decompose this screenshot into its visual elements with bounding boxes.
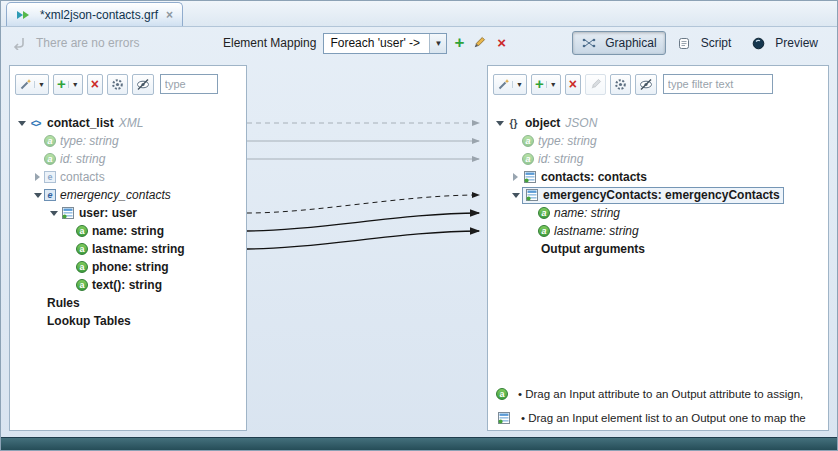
element-list-icon — [60, 207, 75, 220]
add-node-button[interactable]: + ▼ — [531, 74, 561, 95]
input-tree: contact_list XML type : string id : stri… — [10, 102, 246, 330]
node-contacts[interactable]: contacts : contacts — [488, 168, 828, 186]
tab-close-icon[interactable]: × — [166, 8, 173, 22]
node-type-suffix: : string — [547, 152, 583, 166]
node-label: contacts — [541, 170, 590, 184]
input-filter-field[interactable] — [160, 74, 218, 94]
chevron-down-icon[interactable]: ▼ — [546, 81, 557, 88]
node-type[interactable]: type : string — [10, 132, 246, 150]
node-label: Lookup Tables — [47, 314, 131, 328]
node-id[interactable]: id : string — [488, 150, 828, 168]
attribute-icon — [538, 207, 550, 219]
settings-button[interactable] — [107, 74, 128, 95]
chevron-down-icon[interactable]: ▼ — [34, 81, 45, 88]
attribute-hint-icon — [496, 388, 508, 400]
output-panel-toolbar: ▼ + ▼ × — [488, 66, 828, 102]
node-phone[interactable]: phone : string — [10, 258, 246, 276]
node-emergency-contacts-selected[interactable]: emergencyContacts : emergencyContacts — [488, 186, 828, 204]
graph-file-icon — [16, 8, 31, 21]
node-type[interactable]: type : string — [488, 132, 828, 150]
view-button-script[interactable]: Script — [668, 31, 741, 55]
element-mapping-label: Element Mapping — [223, 36, 316, 50]
gear-icon — [614, 78, 627, 91]
node-name[interactable]: name : string — [10, 222, 246, 240]
auto-map-button[interactable]: ▼ — [15, 74, 49, 95]
add-mapping-button[interactable]: + — [454, 36, 464, 50]
view-button-label: Preview — [775, 36, 818, 50]
chevron-down-icon[interactable]: ▼ — [429, 34, 446, 53]
hint-text: • Drag an Input element list to an Outpu… — [521, 412, 806, 424]
node-lastname[interactable]: lastname : string — [10, 240, 246, 258]
error-status: There are no errors — [11, 36, 223, 50]
auto-map-button[interactable]: ▼ — [493, 74, 527, 95]
tab-xml2json-contacts[interactable]: *xml2json-contacts.grf × — [6, 2, 183, 26]
eye-slash-icon — [136, 78, 150, 91]
output-filter-field[interactable] — [663, 74, 773, 94]
hint-text: • Drag an Input attribute to an Output a… — [518, 388, 803, 400]
attribute-icon — [538, 225, 550, 237]
chevron-down-icon[interactable]: ▼ — [512, 81, 523, 88]
node-type-suffix: : string — [603, 224, 639, 238]
node-type-suffix: : contacts — [590, 170, 647, 184]
node-label: emergencyContacts — [543, 188, 658, 202]
add-node-button[interactable]: + ▼ — [53, 74, 83, 95]
expander-icon[interactable] — [509, 193, 522, 198]
delete-icon: × — [91, 78, 99, 90]
node-contact-list[interactable]: contact_list XML — [10, 114, 246, 132]
node-object[interactable]: object JSON — [488, 114, 828, 132]
chevron-down-icon[interactable]: ▼ — [68, 81, 79, 88]
node-label: name — [554, 206, 584, 220]
node-label: type — [60, 134, 83, 148]
expander-icon[interactable] — [31, 173, 44, 181]
remove-mapping-button[interactable]: × — [497, 36, 506, 50]
input-tree-panel: ▼ + ▼ × contact_list — [9, 65, 247, 431]
hide-unmapped-button[interactable] — [132, 74, 154, 95]
hide-unmapped-button[interactable] — [635, 74, 657, 95]
node-user[interactable]: user : user — [10, 204, 246, 222]
node-lastname[interactable]: lastname : string — [488, 222, 828, 240]
delete-icon: × — [569, 78, 577, 90]
node-rules[interactable]: Rules — [10, 294, 246, 312]
node-label: lastname — [92, 242, 144, 256]
node-contacts[interactable]: contacts — [10, 168, 246, 186]
view-button-graphical[interactable]: Graphical — [572, 31, 665, 55]
foreach-dropdown[interactable]: Foreach 'user' -> ▼ — [323, 33, 447, 54]
foreach-dropdown-value: Foreach 'user' -> — [324, 36, 429, 50]
mapping-wires-canvas[interactable] — [247, 65, 487, 431]
expander-icon[interactable] — [509, 173, 522, 181]
settings-button[interactable] — [610, 74, 631, 95]
node-label: object — [525, 116, 560, 130]
remove-node-button[interactable]: × — [87, 74, 103, 95]
node-type-suffix: : string — [83, 134, 119, 148]
node-name[interactable]: name : string — [488, 204, 828, 222]
node-emergency-contacts[interactable]: emergency_contacts — [10, 186, 246, 204]
expander-icon[interactable] — [47, 211, 60, 216]
plus-icon: + — [57, 78, 66, 90]
view-button-preview[interactable]: Preview — [742, 31, 827, 55]
node-id[interactable]: id : string — [10, 150, 246, 168]
preview-view-icon — [751, 37, 766, 50]
output-tree: object JSON type : string id : string — [488, 102, 828, 258]
attribute-icon — [76, 279, 88, 291]
node-badge: XML — [119, 116, 144, 130]
node-label: user — [79, 206, 104, 220]
node-lookup-tables[interactable]: Lookup Tables — [10, 312, 246, 330]
view-button-label: Graphical — [605, 36, 656, 50]
error-status-text: There are no errors — [36, 36, 139, 50]
xml-root-icon — [28, 117, 43, 130]
expander-icon[interactable] — [15, 121, 28, 126]
node-label: contacts — [60, 170, 105, 184]
mapping-hints: • Drag an Input attribute to an Output a… — [496, 388, 824, 424]
script-view-icon — [677, 37, 692, 50]
input-panel-toolbar: ▼ + ▼ × — [10, 66, 246, 102]
wand-icon — [497, 78, 510, 91]
node-text-function[interactable]: text() : string — [10, 276, 246, 294]
hint-row: • Drag an Input element list to an Outpu… — [496, 411, 824, 424]
remove-node-button[interactable]: × — [565, 74, 581, 95]
attribute-icon — [76, 225, 88, 237]
node-output-arguments[interactable]: Output arguments — [488, 240, 828, 258]
edit-mapping-button[interactable] — [471, 37, 486, 50]
expander-icon[interactable] — [31, 193, 44, 198]
attribute-icon — [44, 153, 56, 165]
expander-icon[interactable] — [493, 121, 506, 126]
